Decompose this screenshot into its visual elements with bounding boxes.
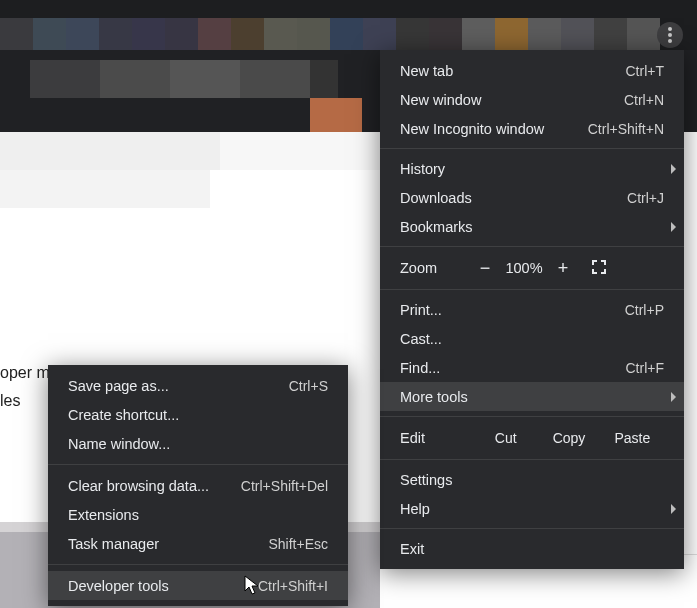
zoom-label: Zoom xyxy=(400,260,470,276)
chrome-main-menu: New tabCtrl+T New windowCtrl+N New Incog… xyxy=(380,50,684,569)
chrome-menu-button[interactable] xyxy=(657,22,683,48)
submenu-save-page[interactable]: Save page as...Ctrl+S xyxy=(48,371,348,400)
chevron-right-icon xyxy=(671,222,676,232)
menu-downloads[interactable]: DownloadsCtrl+J xyxy=(380,183,684,212)
menu-separator xyxy=(48,564,348,565)
menu-separator xyxy=(380,528,684,529)
edit-label: Edit xyxy=(400,430,474,446)
submenu-task-manager[interactable]: Task managerShift+Esc xyxy=(48,529,348,558)
menu-separator xyxy=(380,148,684,149)
edit-cut-button[interactable]: Cut xyxy=(474,430,537,446)
menu-more-tools[interactable]: More tools xyxy=(380,382,684,411)
page-text-fragment: les xyxy=(0,392,20,410)
more-vertical-icon xyxy=(668,27,672,43)
menu-help[interactable]: Help xyxy=(380,494,684,523)
zoom-out-button[interactable]: − xyxy=(470,258,500,279)
menu-bookmarks[interactable]: Bookmarks xyxy=(380,212,684,241)
chevron-right-icon xyxy=(671,392,676,402)
submenu-name-window[interactable]: Name window... xyxy=(48,429,348,458)
menu-zoom-row: Zoom − 100% + xyxy=(380,252,684,284)
menu-new-incognito[interactable]: New Incognito windowCtrl+Shift+N xyxy=(380,114,684,143)
menu-cast[interactable]: Cast... xyxy=(380,324,684,353)
more-tools-submenu: Save page as...Ctrl+S Create shortcut...… xyxy=(48,365,348,606)
fullscreen-icon xyxy=(592,260,606,274)
tab-strip xyxy=(0,18,660,50)
menu-history[interactable]: History xyxy=(380,154,684,183)
submenu-create-shortcut[interactable]: Create shortcut... xyxy=(48,400,348,429)
menu-edit-row: Edit Cut Copy Paste xyxy=(380,422,684,454)
zoom-value: 100% xyxy=(500,260,548,276)
submenu-clear-browsing-data[interactable]: Clear browsing data...Ctrl+Shift+Del xyxy=(48,471,348,500)
menu-separator xyxy=(380,246,684,247)
menu-separator xyxy=(380,416,684,417)
edit-paste-button[interactable]: Paste xyxy=(601,430,664,446)
menu-print[interactable]: Print...Ctrl+P xyxy=(380,295,684,324)
edit-copy-button[interactable]: Copy xyxy=(537,430,600,446)
chevron-right-icon xyxy=(671,504,676,514)
browser-titlebar xyxy=(0,0,697,50)
menu-separator xyxy=(380,459,684,460)
menu-settings[interactable]: Settings xyxy=(380,465,684,494)
submenu-developer-tools[interactable]: Developer toolsCtrl+Shift+I xyxy=(48,571,348,600)
menu-exit[interactable]: Exit xyxy=(380,534,684,563)
menu-find[interactable]: Find...Ctrl+F xyxy=(380,353,684,382)
menu-new-tab[interactable]: New tabCtrl+T xyxy=(380,56,684,85)
svg-point-1 xyxy=(668,33,672,37)
zoom-in-button[interactable]: + xyxy=(548,258,578,279)
fullscreen-button[interactable] xyxy=(578,260,620,277)
menu-separator xyxy=(380,289,684,290)
menu-new-window[interactable]: New windowCtrl+N xyxy=(380,85,684,114)
svg-point-2 xyxy=(668,39,672,43)
submenu-extensions[interactable]: Extensions xyxy=(48,500,348,529)
chevron-right-icon xyxy=(671,164,676,174)
svg-point-0 xyxy=(668,27,672,31)
menu-separator xyxy=(48,464,348,465)
